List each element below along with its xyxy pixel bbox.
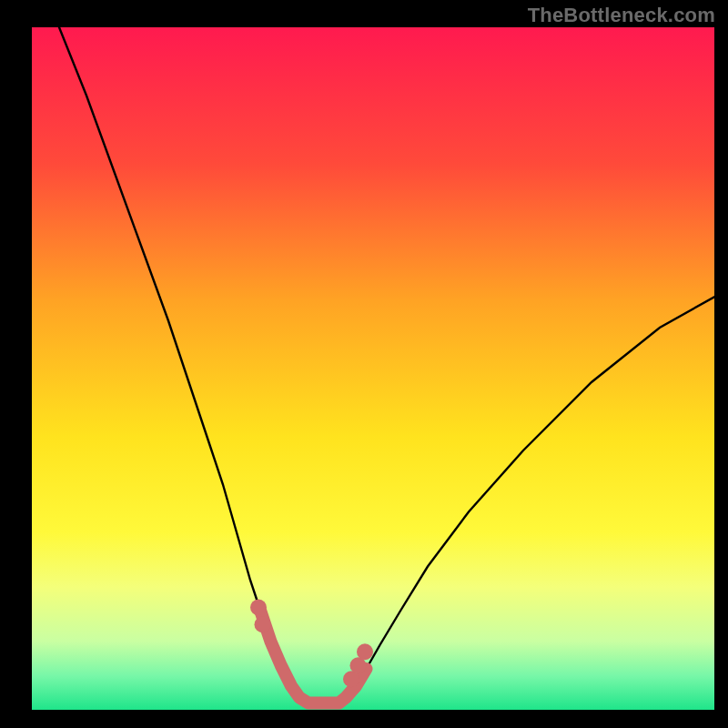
watermark-text: TheBottleneck.com: [528, 4, 715, 27]
curves-layer: [32, 27, 714, 710]
plot-area: [32, 27, 714, 710]
valley-marker: [357, 643, 373, 660]
left-curve: [59, 27, 305, 703]
valley-highlight: [260, 611, 366, 703]
right-curve: [339, 297, 715, 703]
chart-frame: TheBottleneck.com: [0, 0, 728, 728]
valley-marker: [255, 616, 271, 632]
valley-marker: [250, 600, 267, 616]
